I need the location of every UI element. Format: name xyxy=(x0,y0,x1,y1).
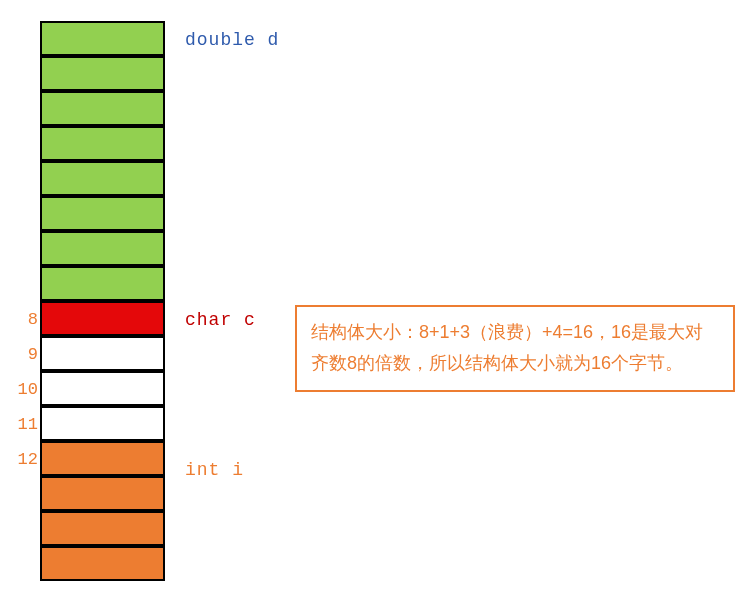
byte-row xyxy=(40,162,165,197)
byte-index: 8 xyxy=(8,310,38,329)
byte-cell-double xyxy=(40,231,165,266)
field-label-double: double d xyxy=(185,30,279,50)
byte-row xyxy=(40,477,165,512)
byte-row xyxy=(40,547,165,582)
byte-cell-double xyxy=(40,91,165,126)
byte-cell-int xyxy=(40,476,165,511)
explanation-note: 结构体大小：8+1+3（浪费）+4=16，16是最大对齐数8的倍数，所以结构体大… xyxy=(295,305,735,392)
byte-row: 11 xyxy=(40,407,165,442)
byte-cell-double xyxy=(40,21,165,56)
byte-cell-padding xyxy=(40,371,165,406)
byte-index: 9 xyxy=(8,345,38,364)
byte-cell-double xyxy=(40,266,165,301)
byte-row xyxy=(40,197,165,232)
byte-row: double d xyxy=(40,22,165,57)
byte-index: 10 xyxy=(8,380,38,399)
byte-cell-padding xyxy=(40,336,165,371)
byte-row xyxy=(40,127,165,162)
byte-row xyxy=(40,57,165,92)
byte-cell-double xyxy=(40,161,165,196)
byte-index: 11 xyxy=(8,415,38,434)
byte-row xyxy=(40,512,165,547)
byte-row xyxy=(40,267,165,302)
byte-row: 12 int i xyxy=(40,442,165,477)
memory-layout-diagram: double d 8 char c 9 10 11 12 int i xyxy=(40,22,165,582)
byte-cell-double xyxy=(40,196,165,231)
byte-row: 9 xyxy=(40,337,165,372)
byte-cell-int xyxy=(40,546,165,581)
byte-cell-int xyxy=(40,511,165,546)
byte-row: 10 xyxy=(40,372,165,407)
byte-cell-double xyxy=(40,126,165,161)
byte-cell-padding xyxy=(40,406,165,441)
field-label-int: int i xyxy=(185,460,244,480)
field-label-char: char c xyxy=(185,310,256,330)
byte-cell-char xyxy=(40,301,165,336)
byte-row xyxy=(40,92,165,127)
byte-row: 8 char c xyxy=(40,302,165,337)
byte-cell-double xyxy=(40,56,165,91)
byte-row xyxy=(40,232,165,267)
byte-cell-int xyxy=(40,441,165,476)
byte-index: 12 xyxy=(8,450,38,469)
